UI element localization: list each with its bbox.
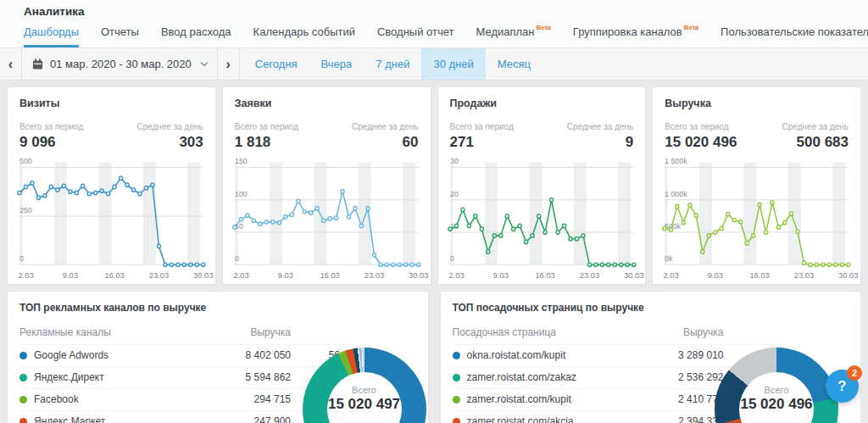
svg-text:23.03: 23.03 [579,270,598,280]
quick-range-yesterday[interactable]: Вчера [309,48,364,80]
column-header-label: Посадочная страница [453,325,629,345]
chevron-left-icon: ‹ [8,57,13,72]
row-label: Яндекс.Маркет [34,415,105,423]
row-value: 8 402 050 [196,345,291,367]
main-tabs: ДашбордыОтчетыВвод расходаКалендарь собы… [24,25,868,47]
quick-range-30-days[interactable]: 30 дней [421,48,485,80]
row-value: 2 536 292 [629,367,724,389]
next-period-button[interactable]: › [218,48,240,80]
panel-top-landing-pages: ТОП посадочных страниц по выручкеПосадоч… [440,291,862,423]
donut-center-value: 15 020 497 [328,396,400,413]
app-header: Аналитика ДашбордыОтчетыВвод расходаКале… [0,0,868,47]
svg-text:150: 150 [235,158,248,166]
series-color-dot [19,352,27,359]
chevron-down-icon [201,59,208,66]
column-header-value: Выручка [629,325,724,345]
series-color-dot [453,418,460,423]
svg-text:1 500k: 1 500k [665,158,687,166]
quick-range-7-days[interactable]: 7 дней [364,48,421,80]
row-label: Google Adwords [34,349,108,361]
metric-card-sales: ПродажиВсего за период271Среднее за день… [437,86,647,285]
donut-center: Всего15 020 497 [327,372,402,423]
tab-summary-report[interactable]: Сводный отчет [377,25,454,47]
svg-text:30.03: 30.03 [624,270,643,280]
metric-card-leads: ЗаявкиВсего за период1 818Среднее за ден… [222,86,431,285]
total-label: Всего за период [450,122,514,131]
panel-title: ТОП рекламных каналов по выручке [19,302,416,314]
average-value: 60 [352,134,418,151]
average-label: Среднее за день [136,122,203,131]
dashboard-content: ВизитыВсего за период9 096Среднее за ден… [0,81,868,423]
average-label: Среднее за день [352,122,418,131]
svg-text:23.03: 23.03 [149,270,169,280]
svg-text:0: 0 [235,254,239,263]
help-button[interactable]: ? 2 [826,370,859,403]
row-label: zamer.roistat.com/zakaz [467,371,576,383]
row-value: 2 410 774 [629,389,724,411]
page-title: Аналитика [24,5,868,18]
series-color-dot [453,352,460,359]
card-title: Заявки [235,97,419,109]
total-value: 15 020 496 [665,134,737,151]
metric-card-revenue: ВыручкаВсего за период15 020 496Среднее … [652,86,861,285]
average-value: 303 [136,134,203,151]
line-chart: 30201002.039.0316.0323.0330.03 [450,155,634,279]
row-value: 5 594 862 [196,367,291,389]
row-value: 2 394 335 [629,411,724,423]
quick-range-month[interactable]: Месяц [486,48,542,80]
donut-center: Всего15 020 496 [739,372,814,423]
metric-cards-row: ВизитыВсего за период9 096Среднее за ден… [7,86,861,285]
date-range-label: 01 мар. 2020 - 30 мар. 2020 [50,58,192,70]
svg-text:100: 100 [235,190,248,198]
calendar-icon [32,58,43,70]
svg-text:9.03: 9.03 [708,270,723,280]
metric-card-visits: ВизитыВсего за период9 096Среднее за ден… [7,86,216,285]
series-color-dot [453,374,460,381]
tab-label: Календарь событий [253,25,355,38]
average-label: Среднее за день [567,122,633,131]
quick-range-today[interactable]: Сегодня [243,48,309,80]
series-color-dot [19,396,27,404]
row-label: Facebook [34,393,79,405]
svg-text:2.03: 2.03 [448,270,464,280]
panel-title: ТОП посадочных страниц по выручке [453,302,849,314]
row-label: okna.roistat.com/kupit [467,349,566,361]
svg-text:2.03: 2.03 [233,270,248,280]
tab-events-calendar[interactable]: Календарь событий [253,25,355,47]
svg-text:2.03: 2.03 [664,270,679,280]
tab-label: Группировка каналов [573,25,682,38]
card-stats: Всего за период271Среднее за день9 [450,122,634,151]
svg-text:23.03: 23.03 [364,270,383,280]
column-header-label: Рекламные каналы [19,325,196,345]
date-toolbar: ‹ 01 мар. 2020 - 30 мар. 2020 › СегодняВ… [0,47,868,81]
tab-label: Отчеты [101,25,139,38]
tab-custom-metrics[interactable]: Пользовательские показателиBeta [721,25,868,47]
top-panels-row: ТОП рекламных каналов по выручкеРекламны… [7,291,861,423]
svg-text:16.03: 16.03 [750,270,770,280]
tab-expense-input[interactable]: Ввод расхода [161,25,231,47]
row-value: 294 715 [196,389,291,411]
analytics-page: Аналитика ДашбордыОтчетыВвод расходаКале… [0,0,868,423]
tab-channel-grouping[interactable]: Группировка каналовBeta [573,25,698,47]
svg-text:250: 250 [19,206,32,214]
svg-text:9.03: 9.03 [63,270,78,280]
beta-badge: Beta [684,24,698,31]
svg-text:9.03: 9.03 [492,270,508,280]
svg-text:20: 20 [450,190,459,198]
tab-label: Пользовательские показатели [721,25,868,38]
average-value: 9 [567,134,633,151]
svg-text:30.03: 30.03 [193,270,213,280]
svg-text:0: 0 [19,254,24,263]
tab-dashboards[interactable]: Дашборды [24,25,79,47]
card-title: Выручка [665,97,849,109]
svg-text:9.03: 9.03 [277,270,292,280]
total-label: Всего за период [19,122,83,131]
total-value: 271 [450,134,514,151]
table-row: Яндекс.Директ5 594 86237 % [19,367,352,389]
prev-period-button[interactable]: ‹ [0,48,22,80]
date-range-picker[interactable]: 01 мар. 2020 - 30 мар. 2020 [22,48,218,80]
tab-reports[interactable]: Отчеты [101,25,139,47]
total-value: 1 818 [235,134,298,151]
tab-media-plan[interactable]: МедиапланBeta [476,25,550,47]
svg-text:30.03: 30.03 [409,270,428,280]
